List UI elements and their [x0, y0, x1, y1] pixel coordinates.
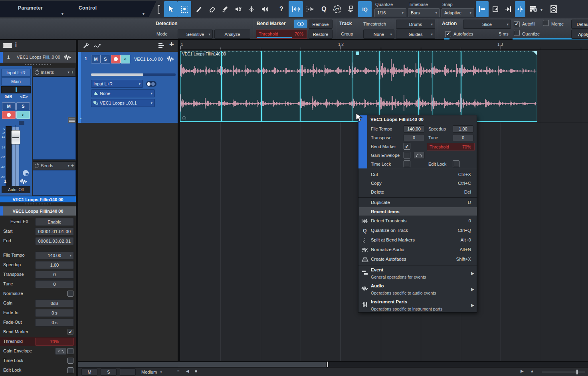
merge-checkbox[interactable]	[543, 20, 549, 28]
fade-out-field[interactable]: 0 s	[35, 319, 74, 327]
file-tempo-field[interactable]: 140.00	[404, 125, 424, 133]
snap-to-events-button[interactable]	[489, 1, 502, 17]
track-list-icon[interactable]: ≡	[177, 369, 180, 373]
bend-marker-line[interactable]	[300, 51, 301, 121]
parameter-caret-icon[interactable]	[61, 10, 64, 17]
menu-item-quantize-on-track[interactable]: Q Quantize on TrackCtrl+Q	[358, 226, 477, 235]
track-height-select[interactable]: Medium▾	[139, 368, 174, 376]
menu-item-duplicate[interactable]: DuplicateD	[358, 198, 477, 207]
bend-marker-line[interactable]	[418, 51, 419, 121]
detect-transients-button[interactable]	[289, 1, 303, 17]
track-solo-button[interactable]: S	[101, 55, 110, 63]
info-icon[interactable]: i	[15, 42, 17, 48]
audio-event[interactable]: VEC1 Loops Fillin140 00	[180, 51, 537, 122]
inserts-add-icon[interactable]: +	[71, 69, 74, 75]
zoom-slider-thumb[interactable]	[576, 370, 578, 374]
eraser-tool-button[interactable]	[205, 1, 218, 17]
add-track-icon[interactable]: +	[169, 40, 174, 49]
track-list-icon[interactable]	[158, 43, 166, 48]
collapse-left-icon[interactable]: ◀	[186, 369, 189, 373]
submenu-instrument-parts[interactable]: Instrument Parts Operations specific to …	[358, 298, 477, 314]
remove-bend-marker-button[interactable]: Remove	[309, 20, 333, 29]
gain-field[interactable]: 0dB	[35, 299, 74, 307]
guides-select[interactable]: Guides	[396, 30, 435, 39]
stop-icon[interactable]: ■	[195, 369, 197, 373]
video-track-button[interactable]	[548, 1, 560, 17]
bend-marker-checkbox[interactable]	[404, 143, 410, 150]
selected-event-bar[interactable]: VEC1 Loops Fillin140 00	[0, 196, 76, 202]
channel-pan-value[interactable]: <C>	[17, 95, 31, 101]
threshold-field[interactable]: 70%	[35, 338, 74, 346]
channel-input-select[interactable]: Input L+R	[1, 69, 31, 77]
bend-marker-line[interactable]	[352, 51, 353, 121]
quantize-select[interactable]: 1/16	[374, 8, 406, 17]
mute-tool-button[interactable]	[232, 1, 245, 17]
menu-item-delete[interactable]: DeleteDel	[358, 188, 477, 197]
track-input-select[interactable]: Input L+R	[91, 80, 143, 88]
start-value-field[interactable]: 00001.01.01.00	[35, 228, 74, 235]
track-mute-button[interactable]: M	[91, 55, 101, 63]
quantize-tool-button[interactable]: Q	[317, 1, 331, 17]
track-instrument-select[interactable]: None	[91, 89, 155, 97]
time-lock-checkbox[interactable]	[404, 160, 410, 167]
bend-curve-icon[interactable]	[93, 42, 102, 49]
transpose-field[interactable]: 0	[35, 271, 74, 279]
show-bend-markers-button[interactable]	[294, 20, 307, 28]
autofill-checkbox[interactable]	[514, 20, 520, 27]
iq-input-quantize-button[interactable]: IQ	[358, 1, 372, 17]
zoom-up-icon[interactable]: ▲	[530, 369, 534, 373]
submenu-audio[interactable]: Audio Operations specific to audio event…	[358, 282, 477, 298]
input-monitor-toggle[interactable]	[146, 81, 156, 87]
scrollbar-thumb[interactable]	[78, 362, 326, 367]
snap-to-cursor-button[interactable]	[502, 1, 514, 17]
sends-header[interactable]: Sends ▾ +	[33, 161, 76, 170]
autofades-checkbox[interactable]	[445, 30, 451, 37]
sends-panel[interactable]	[33, 170, 76, 196]
bend-marker-line[interactable]	[461, 51, 461, 121]
speedup-field[interactable]: 1.00	[453, 125, 473, 133]
menu-item-cut[interactable]: CutCtrl+X	[358, 170, 477, 179]
fader-thumb[interactable]	[11, 130, 20, 144]
parameter-menu[interactable]: Parameter	[18, 5, 43, 11]
track-record-button[interactable]	[111, 55, 121, 63]
gain-envelope-button[interactable]	[55, 348, 66, 355]
end-value-field[interactable]: 00001.03.02.01	[35, 237, 74, 245]
speedup-field[interactable]: 1.00	[35, 261, 74, 269]
menu-item-split-at-bend-markers[interactable]: Split at Bend MarkersAlt+0	[358, 236, 477, 245]
menu-item-copy[interactable]: CopyCtrl+C	[358, 179, 477, 188]
snap-select[interactable]: Adaptive	[441, 8, 474, 17]
menu-icon[interactable]	[3, 43, 12, 48]
snap-enable-button[interactable]	[476, 1, 489, 17]
automation-mode-button[interactable]: Auto: Off	[2, 186, 30, 193]
gain-envelope-checkbox[interactable]	[67, 348, 73, 354]
default-solo-button[interactable]: S	[101, 368, 117, 376]
apply-button[interactable]: Apply	[571, 30, 588, 39]
horizontal-scrollbar[interactable]	[78, 361, 588, 367]
default-button[interactable]: Default	[571, 20, 588, 29]
channel-solo-button[interactable]: S	[16, 102, 30, 110]
sends-add-icon[interactable]: +	[71, 163, 74, 168]
timestretch-select[interactable]: Drums	[396, 20, 435, 29]
range-select-tool-button[interactable]: ✱	[178, 1, 191, 17]
range-bracket-tool-button[interactable]	[155, 1, 163, 17]
bend-marker-checkbox[interactable]	[67, 329, 73, 335]
track-header[interactable]: 1 M S ◐ VEC1 Lo..0 00 Input L+R None VEC…	[78, 52, 178, 123]
edit-lock-checkbox[interactable]	[453, 160, 459, 167]
bend-marker-line[interactable]	[261, 51, 262, 121]
panel-resize-handle[interactable]	[16, 203, 60, 205]
snap-relative-button[interactable]	[515, 1, 525, 17]
file-tempo-field[interactable]: 140.00	[35, 251, 74, 259]
paint-tool-button[interactable]	[218, 1, 232, 17]
panel-resize-handle[interactable]	[16, 63, 60, 65]
fade-in-field[interactable]: 0 s	[35, 309, 74, 317]
edit-lock-checkbox[interactable]	[67, 367, 73, 373]
channel-record-button[interactable]	[2, 111, 16, 119]
track-volume-slider[interactable]	[91, 73, 176, 76]
bend-tool-button[interactable]	[245, 1, 258, 17]
channel-monitor-button[interactable]: ◐	[16, 111, 30, 119]
bend-marker-line[interactable]	[432, 51, 433, 121]
bend-marker-line[interactable]	[379, 51, 380, 121]
channel-mode-box[interactable]	[18, 121, 25, 125]
inserts-header[interactable]: Inserts ▾ +	[33, 68, 76, 77]
track-name[interactable]: VEC1 Lo..0 00	[134, 57, 163, 61]
